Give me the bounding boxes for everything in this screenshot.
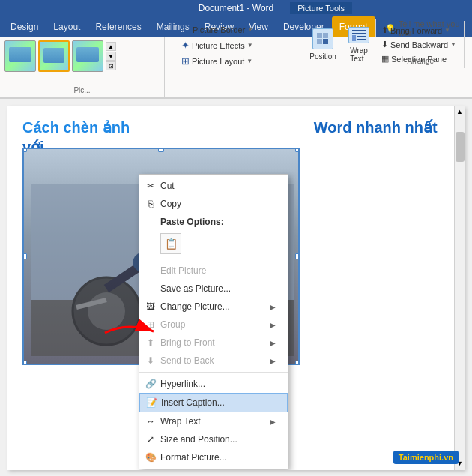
- hyperlink-label: Hyperlink...: [160, 379, 205, 389]
- resize-handle-tr[interactable]: [295, 148, 300, 152]
- svg-rect-7: [357, 39, 366, 40]
- edit-picture-label: Edit Picture: [160, 265, 206, 276]
- style-arrows[interactable]: ▲ ▼ ⊡: [106, 42, 116, 70]
- resize-handle-bl[interactable]: [22, 361, 27, 365]
- picture-styles-group: ▲ ▼ ⊡ ☐ Picture Border ▼ ✦ Picture Effec…: [0, 37, 165, 97]
- resize-handle-ml[interactable]: [22, 253, 27, 259]
- menu-insert-caption[interactable]: 📝 Insert Caption...: [139, 393, 288, 412]
- group-icon: ⊞: [144, 318, 157, 331]
- pic-thumb-2[interactable]: [38, 40, 70, 72]
- menu-format-picture[interactable]: 🎨 Format Picture...: [139, 448, 288, 466]
- svg-rect-6: [357, 36, 366, 37]
- position-button[interactable]: Position: [308, 24, 338, 65]
- group-label: Group: [160, 319, 185, 330]
- bring-forward-btn[interactable]: ⬆ Bring Forward ▼: [380, 24, 458, 37]
- pic-thumb-3[interactable]: [72, 40, 103, 72]
- ribbon-main: ▲ ▼ ⊡ ☐ Picture Border ▼ ✦ Picture Effec…: [0, 37, 472, 99]
- document-area: Cách chèn ảnh Word nhanh nhất với phi.vn: [0, 99, 472, 476]
- picture-border-btn[interactable]: ☐ Picture Border ▼: [180, 22, 255, 37]
- svg-rect-2: [317, 39, 322, 44]
- watermark: Taimienphi.vn: [393, 451, 459, 464]
- menu-hyperlink[interactable]: 🔗 Hyperlink...: [139, 375, 288, 393]
- document-title: Document1 - Word: [199, 3, 273, 13]
- menu-group: ⊞ Group ▶: [139, 316, 288, 334]
- menu-bring-front: ⬆ Bring to Front ▶: [139, 334, 288, 352]
- wrap-text-label: WrapText: [350, 46, 368, 63]
- picture-effects-btn[interactable]: ✦ Picture Effects ▼: [180, 38, 255, 52]
- wrap-text-arrow: ▶: [270, 418, 276, 426]
- menu-cut[interactable]: ✂ Cut: [139, 177, 288, 195]
- selection-icon: ▦: [381, 54, 389, 64]
- cut-label: Cut: [160, 181, 175, 191]
- svg-point-12: [88, 292, 125, 330]
- wrap-text-menu-label: Wrap Text: [160, 416, 201, 427]
- save-picture-label: Save as Picture...: [160, 283, 231, 294]
- effects-arrow: ▼: [247, 42, 253, 49]
- send-backward-icon: ⬇: [381, 40, 388, 49]
- pic-thumb-1[interactable]: [4, 40, 36, 72]
- caption-icon: 📝: [145, 396, 158, 409]
- pic-group-label: Pic...: [4, 84, 160, 94]
- resize-handle-tm[interactable]: [158, 148, 164, 152]
- insert-caption-label: Insert Caption...: [161, 397, 225, 408]
- paste-icon-row: 📋: [139, 231, 288, 256]
- change-picture-label: Change Picture...: [160, 301, 230, 312]
- svg-rect-3: [323, 39, 328, 44]
- tab-references[interactable]: References: [88, 16, 148, 37]
- menu-copy[interactable]: ⎘ Copy: [139, 195, 288, 213]
- bring-front-arrow: ▶: [270, 339, 276, 347]
- bring-arrow: ▼: [444, 27, 450, 34]
- border-arrow: ▼: [247, 26, 253, 33]
- resize-handle-tl[interactable]: [22, 148, 27, 152]
- watermark-prefix: Taimienphi: [399, 453, 441, 462]
- bring-forward-icon: ⬆: [381, 25, 388, 35]
- arrow-up[interactable]: ▲: [106, 42, 116, 51]
- paste-keep-src[interactable]: 📋: [160, 233, 181, 254]
- change-pic-icon: 🖼: [144, 300, 157, 313]
- menu-size-position[interactable]: ⤢ Size and Position...: [139, 430, 288, 448]
- size-position-label: Size and Position...: [160, 434, 237, 445]
- menu-paste-options: Paste Options:: [139, 213, 288, 231]
- change-pic-arrow: ▶: [270, 303, 276, 311]
- svg-rect-4: [352, 30, 366, 31]
- picture-tools-label: Picture Tools: [290, 2, 352, 14]
- svg-rect-0: [317, 33, 322, 38]
- tab-layout[interactable]: Layout: [46, 16, 88, 37]
- scroll-up[interactable]: ▲: [455, 106, 465, 117]
- paste-options-label: Paste Options:: [160, 217, 224, 227]
- arrow-expand[interactable]: ⊡: [106, 61, 116, 70]
- arrange-group: Position WrapText ⬆ Bring Forward ▼: [302, 21, 465, 68]
- pic-thumbs-row: ▲ ▼ ⊡: [4, 40, 160, 72]
- arrow-down[interactable]: ▼: [106, 52, 116, 61]
- menu-send-back: ⬇ Send to Back ▶: [139, 352, 288, 370]
- context-menu: ✂ Cut ⎘ Copy Paste Options: 📋 Edit Pictu…: [139, 174, 288, 469]
- menu-save-picture[interactable]: Save as Picture...: [139, 280, 288, 298]
- separator-1: [139, 259, 288, 259]
- resize-handle-br[interactable]: [295, 361, 300, 365]
- format-picture-label: Format Picture...: [160, 452, 227, 463]
- position-icon: [312, 28, 333, 49]
- send-back-icon: ⬇: [144, 354, 157, 367]
- picture-layout-btn[interactable]: ⊞ Picture Layout ▼: [180, 54, 255, 68]
- resize-handle-mr[interactable]: [295, 253, 300, 259]
- copy-icon: ⎘: [144, 197, 157, 211]
- scrollbar[interactable]: ▲ ▼: [454, 106, 465, 470]
- wrap-icon: [348, 27, 369, 43]
- format-pic-icon: 🎨: [144, 451, 157, 464]
- watermark-suffix: .vn: [441, 453, 453, 462]
- menu-change-picture[interactable]: 🖼 Change Picture... ▶: [139, 298, 288, 316]
- arrange-label: Arrange: [407, 57, 434, 65]
- title-bar: Document1 - Word Picture Tools: [0, 0, 472, 16]
- bring-front-label: Bring to Front: [160, 337, 215, 348]
- tab-design[interactable]: Design: [3, 16, 46, 37]
- send-arrow: ▼: [450, 41, 456, 48]
- layout-icon: ⊞: [181, 55, 190, 67]
- wrap-text-button[interactable]: WrapText: [344, 24, 374, 65]
- cut-icon: ✂: [144, 179, 157, 193]
- menu-wrap-text[interactable]: ↔ Wrap Text ▶: [139, 412, 288, 430]
- doc-text-line1: Cách chèn ảnh: [22, 119, 130, 136]
- scroll-thumb[interactable]: [456, 132, 465, 162]
- send-backward-btn[interactable]: ⬇ Send Backward ▼: [380, 38, 458, 51]
- bring-front-icon: ⬆: [144, 336, 157, 349]
- svg-rect-8: [352, 35, 356, 41]
